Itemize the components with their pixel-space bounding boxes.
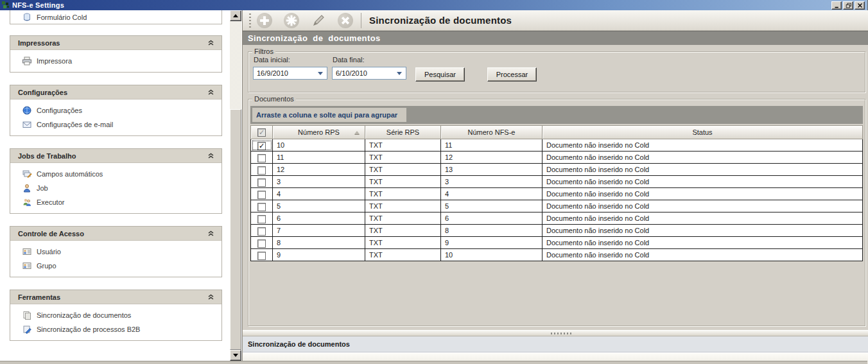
main-panel: Sincronização de documentos Sincronizaçã… — [242, 10, 868, 361]
sidebar-item[interactable]: Configurações de e-mail — [10, 117, 221, 132]
sidebar-item[interactable]: Executor — [10, 195, 221, 209]
section-items: Configurações Configurações de e-mail — [10, 100, 221, 135]
cell-numero-nfse: 3 — [441, 176, 542, 188]
section-items: Sincronização de documentos Sincronizaçã… — [10, 304, 221, 340]
table-row[interactable]: 10 TXT 11 Documento não inserido no Cold — [251, 139, 863, 152]
section-items: Usuário Grupo — [10, 241, 221, 277]
scroll-down-button[interactable] — [230, 350, 241, 361]
cell-numero-nfse: 6 — [441, 212, 542, 225]
row-checkbox-cell[interactable] — [251, 225, 273, 237]
edit-button[interactable] — [311, 13, 326, 28]
titlebar: NFS-e Settings — [0, 0, 867, 10]
section-header[interactable]: Controle de Acesso — [10, 227, 221, 241]
section-header[interactable]: Impressoras — [10, 36, 221, 50]
splitter-handle[interactable] — [243, 330, 868, 336]
restore-button[interactable] — [843, 1, 853, 10]
chevron-down-icon — [318, 72, 323, 75]
group-by-drop-area[interactable]: Arraste a coluna e solte aqui para agrup… — [252, 108, 406, 122]
row-checkbox[interactable] — [257, 252, 266, 260]
table-row[interactable]: 9 TXT 10 Documento não inserido no Cold — [251, 249, 863, 261]
row-checkbox-cell[interactable] — [251, 188, 273, 200]
cell-status: Documento não inserido no Cold — [542, 188, 863, 200]
toolbar: Sincronização de documentos — [243, 10, 868, 31]
sync-docs-icon — [22, 310, 32, 320]
printer-icon — [22, 56, 32, 66]
row-checkbox-cell[interactable] — [251, 249, 273, 261]
collapse-chevron-icon — [207, 39, 215, 47]
sidebar-item[interactable]: Sincronização de processos B2B — [10, 322, 221, 336]
plus-circle-icon — [257, 13, 272, 28]
row-checkbox[interactable] — [257, 203, 266, 211]
collapse-chevron-icon — [207, 229, 215, 238]
column-header-numero-rps[interactable]: Número RPS — [273, 126, 365, 139]
table-row[interactable]: 4 TXT 4 Documento não inserido no Cold — [251, 188, 863, 200]
select-all-checkbox[interactable] — [257, 128, 266, 137]
cell-numero-nfse: 11 — [441, 139, 542, 152]
section-header[interactable]: Ferramentas — [10, 290, 221, 304]
cell-status: Documento não inserido no Cold — [542, 176, 863, 188]
sidebar-item[interactable]: Configurações — [10, 103, 221, 117]
auto-fields-icon — [22, 169, 32, 179]
table-row[interactable]: 11 TXT 12 Documento não inserido no Cold — [251, 152, 863, 164]
sidebar-item[interactable]: Job — [10, 181, 221, 195]
search-button[interactable]: Pesquisar — [415, 67, 465, 82]
table-row[interactable]: 7 TXT 8 Documento não inserido no Cold — [251, 225, 863, 237]
minimize-button[interactable] — [831, 1, 842, 10]
row-checkbox[interactable] — [257, 154, 266, 162]
table-row[interactable]: 8 TXT 9 Documento não inserido no Cold — [251, 237, 863, 249]
row-checkbox[interactable] — [257, 215, 266, 223]
sidebar: Formulário Cold Impressoras Impressora C… — [0, 10, 230, 361]
process-button[interactable]: Processar — [487, 67, 537, 82]
cell-status: Documento não inserido no Cold — [542, 225, 863, 237]
close-button[interactable] — [855, 1, 865, 10]
x-circle-icon — [338, 13, 353, 28]
end-date-combobox[interactable]: 6/10/2010 — [332, 67, 406, 80]
row-checkbox[interactable] — [257, 227, 266, 236]
globe-icon — [22, 105, 32, 116]
row-checkbox[interactable] — [257, 178, 266, 187]
cancel-button[interactable] — [338, 13, 353, 28]
row-checkbox[interactable] — [257, 239, 266, 248]
chevron-down-icon — [397, 72, 402, 75]
row-checkbox-cell[interactable] — [251, 237, 273, 249]
sidebar-item[interactable]: Grupo — [10, 259, 221, 273]
column-header-status[interactable]: Status — [542, 126, 863, 139]
filters-legend: Filtros — [252, 48, 275, 55]
table-row[interactable]: 6 TXT 6 Documento não inserido no Cold — [251, 212, 863, 225]
cell-numero-nfse: 10 — [441, 249, 542, 261]
row-checkbox-cell[interactable] — [251, 200, 273, 212]
table-row[interactable]: 3 TXT 3 Documento não inserido no Cold — [251, 176, 863, 188]
row-checkbox-cell[interactable] — [251, 176, 273, 188]
sidebar-item[interactable]: Impressora — [10, 54, 221, 68]
item-label: Job — [37, 184, 48, 192]
sidebar-scrollbar[interactable] — [230, 10, 241, 361]
start-date-combobox[interactable]: 16/9/2010 — [253, 67, 327, 80]
users-icon — [22, 197, 32, 207]
column-header-numero-nfse[interactable]: Número NFS-e — [441, 126, 542, 139]
sidebar-item[interactable]: Sincronização de documentos — [10, 308, 221, 322]
process-button-toolbar[interactable] — [284, 13, 299, 28]
sidebar-item[interactable]: Campos automáticos — [10, 167, 221, 181]
add-button[interactable] — [257, 13, 272, 28]
column-header-serie-rps[interactable]: Série RPS — [365, 126, 441, 139]
row-checkbox-cell[interactable] — [251, 164, 273, 176]
row-checkbox[interactable] — [257, 142, 266, 150]
group-by-band: Arraste a coluna e solte aqui para agrup… — [250, 106, 863, 124]
section-header[interactable]: Configurações — [10, 85, 221, 100]
sidebar-item[interactable]: Usuário — [10, 245, 221, 259]
toolbar-separator — [361, 13, 361, 28]
table-row[interactable]: 12 TXT 13 Documento não inserido no Cold — [251, 164, 863, 176]
cell-serie-rps: TXT — [365, 164, 441, 176]
row-checkbox[interactable] — [257, 166, 266, 175]
row-checkbox-cell[interactable] — [251, 212, 273, 225]
select-all-header[interactable] — [251, 126, 273, 139]
sidebar-item-formulario-cold[interactable]: Formulário Cold — [10, 10, 222, 24]
toolbar-grip[interactable] — [249, 13, 251, 28]
scrollbar-thumb[interactable] — [230, 109, 241, 350]
table-row[interactable]: 5 TXT 5 Documento não inserido no Cold — [251, 200, 863, 212]
row-checkbox-cell[interactable] — [251, 139, 273, 152]
scroll-up-button[interactable] — [230, 10, 241, 21]
section-header[interactable]: Jobs de Trabalho — [10, 149, 221, 163]
row-checkbox[interactable] — [257, 191, 266, 199]
row-checkbox-cell[interactable] — [251, 152, 273, 164]
